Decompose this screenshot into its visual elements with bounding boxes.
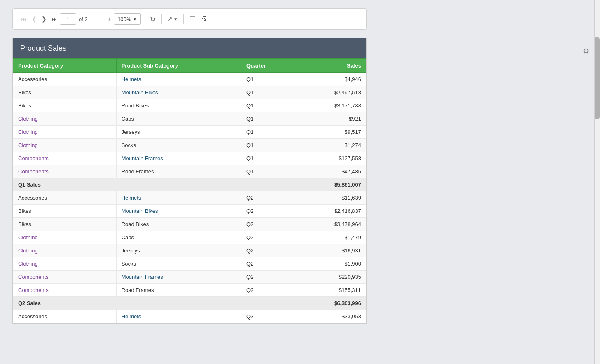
cell-category: Bikes bbox=[13, 205, 117, 218]
cell-subcategory: Helmets bbox=[116, 310, 241, 323]
table-row: Bikes Road Bikes Q1 $3,171,788 bbox=[13, 99, 366, 112]
zoom-out-button[interactable]: − bbox=[97, 14, 105, 24]
cell-subcategory: Mountain Bikes bbox=[116, 205, 241, 218]
cell-sales: $921 bbox=[297, 112, 366, 126]
cell-quarter: Q2 bbox=[241, 284, 297, 297]
separator-4 bbox=[183, 14, 184, 24]
cell-sales: $2,497,518 bbox=[297, 86, 366, 99]
cell-sales: $3,171,788 bbox=[297, 99, 366, 112]
table-row: Clothing Jerseys Q2 $16,931 bbox=[13, 244, 366, 257]
last-page-button[interactable]: ⏭ bbox=[49, 14, 60, 24]
cell-subcategory: Jerseys bbox=[116, 244, 241, 257]
cell-subcategory: Jerseys bbox=[116, 126, 241, 139]
cell-sales: $16,931 bbox=[297, 244, 366, 257]
table-row: Clothing Socks Q1 $1,274 bbox=[13, 139, 366, 152]
cell-category: Accessories bbox=[13, 310, 117, 323]
zoom-dropdown[interactable]: 100% ▼ bbox=[114, 13, 141, 25]
cell-subcategory: Caps bbox=[116, 231, 241, 244]
report-title-bar: Product Sales bbox=[13, 38, 366, 58]
cell-sales: $220,935 bbox=[297, 271, 366, 284]
cell-category: Clothing bbox=[13, 244, 117, 257]
cell-quarter: Q1 bbox=[241, 86, 297, 99]
cell-sales: $1,274 bbox=[297, 139, 366, 152]
cell-category: Accessories bbox=[13, 191, 117, 205]
cell-category: Components bbox=[13, 271, 117, 284]
cell-category: Components bbox=[13, 152, 117, 165]
cell-quarter: Q1 bbox=[241, 99, 297, 112]
separator-2 bbox=[144, 14, 144, 24]
cell-category: Clothing bbox=[13, 257, 117, 271]
cell-quarter: Q2 bbox=[241, 244, 297, 257]
table-row: Bikes Mountain Bikes Q2 $2,416,837 bbox=[13, 205, 366, 218]
page-layout-button[interactable]: ☰ bbox=[187, 14, 198, 25]
table-row: Accessories Helmets Q3 $33,053 bbox=[13, 310, 366, 323]
table-row: Clothing Jerseys Q1 $9,517 bbox=[13, 126, 366, 139]
subtotal-sales: $6,303,996 bbox=[297, 297, 366, 310]
cell-category: Bikes bbox=[13, 99, 117, 112]
table-row: Clothing Socks Q2 $1,900 bbox=[13, 257, 366, 271]
table-header-row: Product Category Product Sub Category Qu… bbox=[13, 59, 366, 73]
table-row: Components Mountain Frames Q1 $127,558 bbox=[13, 152, 366, 165]
table-row: Clothing Caps Q2 $1,479 bbox=[13, 231, 366, 244]
next-page-button[interactable]: ❯ bbox=[39, 14, 49, 24]
table-row: Accessories Helmets Q1 $4,946 bbox=[13, 73, 366, 86]
scrollbar-track bbox=[594, 0, 600, 364]
page-of-label: of 2 bbox=[79, 16, 88, 22]
zoom-in-button[interactable]: + bbox=[105, 14, 114, 24]
toolbar: ⏮ ❮ ❯ ⏭ 1 of 2 − + 100% ▼ ↻ ↗ ▼ ☰ 🖨 bbox=[12, 8, 367, 30]
print-button[interactable]: 🖨 bbox=[198, 14, 209, 24]
cell-subcategory: Road Frames bbox=[116, 165, 241, 178]
cell-subcategory: Road Bikes bbox=[116, 218, 241, 231]
col-header-quarter: Quarter bbox=[241, 59, 297, 73]
cell-sales: $127,558 bbox=[297, 152, 366, 165]
settings-gear-icon[interactable]: ⚙ bbox=[580, 45, 592, 57]
export-button[interactable]: ↗ ▼ bbox=[165, 14, 180, 24]
cell-quarter: Q1 bbox=[241, 73, 297, 86]
subtotal-label: Q1 Sales bbox=[13, 178, 297, 191]
cell-category: Clothing bbox=[13, 139, 117, 152]
separator-1 bbox=[94, 14, 94, 24]
cell-quarter: Q1 bbox=[241, 152, 297, 165]
cell-sales: $3,478,964 bbox=[297, 218, 366, 231]
scrollbar-thumb[interactable] bbox=[595, 37, 600, 119]
cell-quarter: Q2 bbox=[241, 218, 297, 231]
cell-quarter: Q2 bbox=[241, 205, 297, 218]
cell-sales: $33,053 bbox=[297, 310, 366, 323]
refresh-button[interactable]: ↻ bbox=[148, 14, 158, 25]
cell-subcategory: Road Frames bbox=[116, 284, 241, 297]
cell-category: Clothing bbox=[13, 231, 117, 244]
cell-quarter: Q2 bbox=[241, 231, 297, 244]
cell-category: Components bbox=[13, 165, 117, 178]
cell-sales: $2,416,837 bbox=[297, 205, 366, 218]
table-row: Q2 Sales $6,303,996 bbox=[13, 297, 366, 310]
cell-sales: $11,639 bbox=[297, 191, 366, 205]
cell-sales: $47,486 bbox=[297, 165, 366, 178]
col-header-category: Product Category bbox=[13, 59, 117, 73]
cell-category: Clothing bbox=[13, 126, 117, 139]
cell-subcategory: Mountain Frames bbox=[116, 152, 241, 165]
cell-category: Bikes bbox=[13, 86, 117, 99]
first-page-button[interactable]: ⏮ bbox=[19, 14, 29, 24]
cell-subcategory: Caps bbox=[116, 112, 241, 126]
table-row: Components Road Frames Q1 $47,486 bbox=[13, 165, 366, 178]
prev-page-button[interactable]: ❮ bbox=[29, 14, 39, 24]
cell-sales: $4,946 bbox=[297, 73, 366, 86]
col-header-subcategory: Product Sub Category bbox=[116, 59, 241, 73]
table-row: Clothing Caps Q1 $921 bbox=[13, 112, 366, 126]
table-row: Q1 Sales $5,861,007 bbox=[13, 178, 366, 191]
zoom-value: 100% bbox=[117, 16, 131, 22]
table-row: Components Road Frames Q2 $155,311 bbox=[13, 284, 366, 297]
report-container: Product Sales Product Category Product S… bbox=[12, 38, 367, 324]
cell-subcategory: Road Bikes bbox=[116, 99, 241, 112]
cell-subcategory: Mountain Bikes bbox=[116, 86, 241, 99]
cell-sales: $9,517 bbox=[297, 126, 366, 139]
col-header-sales: Sales bbox=[297, 59, 366, 73]
subtotal-label: Q2 Sales bbox=[13, 297, 297, 310]
report-title: Product Sales bbox=[20, 44, 66, 52]
cell-subcategory: Helmets bbox=[116, 191, 241, 205]
data-table: Product Category Product Sub Category Qu… bbox=[13, 58, 366, 323]
page-number-input[interactable]: 1 bbox=[60, 13, 76, 25]
cell-quarter: Q2 bbox=[241, 191, 297, 205]
cell-quarter: Q1 bbox=[241, 165, 297, 178]
cell-sales: $155,311 bbox=[297, 284, 366, 297]
